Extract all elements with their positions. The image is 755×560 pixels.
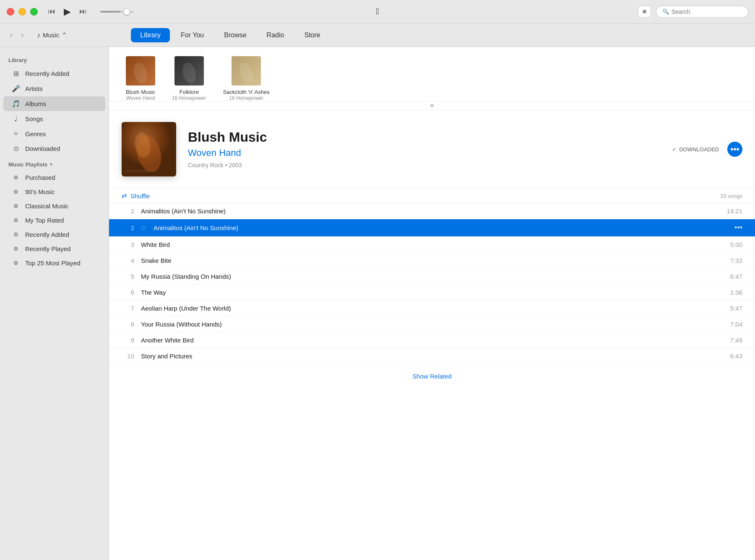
sidebar-item-top-25[interactable]: ⚙Top 25 Most Played [3, 256, 105, 270]
close-button[interactable] [7, 8, 14, 16]
track-row[interactable]: 4 Snake Bite 7:32 [109, 253, 755, 269]
track-row[interactable]: 6 The Way 1:36 [109, 285, 755, 301]
sidebar-label-recently-added: Recently Added [25, 70, 69, 77]
music-selector[interactable]: ♪ Music ⌃ [34, 30, 70, 41]
track-row[interactable]: 2 Animalitos (Ain't No Sunshine) 14:21 [109, 203, 755, 219]
track-title: Another White Bird [141, 337, 730, 344]
track-title: Animalitos (Ain't No Sunshine) [154, 224, 729, 231]
sidebar-label-downloaded: Downloaded [25, 145, 60, 152]
playlist-icon-recently-played: ⚙ [12, 246, 20, 252]
tab-library[interactable]: Library [131, 28, 170, 42]
track-number: 8 [122, 321, 134, 328]
album-strip-title-0: Blush Music [126, 89, 155, 95]
sidebar-item-recently-added-pl[interactable]: ⚙Recently Added [3, 228, 105, 241]
album-strip-art-1 [174, 56, 204, 86]
downloaded-label: DOWNLOADED [679, 146, 719, 153]
sidebar-item-albums[interactable]: 🎵Albums [3, 96, 105, 111]
track-row[interactable]: 2 ♡ Animalitos (Ain't No Sunshine) ••• [109, 219, 755, 237]
rewind-button[interactable]: ⏮ [46, 5, 57, 18]
play-button[interactable]: ▶ [64, 6, 71, 17]
sidebar-label-albums: Albums [25, 100, 46, 107]
volume-thumb[interactable] [123, 8, 130, 15]
maximize-button[interactable] [30, 8, 38, 16]
track-title: Your Russia (Without Hands) [141, 321, 730, 328]
volume-track[interactable] [100, 11, 134, 13]
more-options-button[interactable]: ••• [727, 142, 742, 157]
sidebar-item-top-rated[interactable]: ⚙My Top Rated [3, 213, 105, 227]
playlist-icon-top-rated: ⚙ [12, 217, 20, 223]
track-row[interactable]: 8 Your Russia (Without Hands) 7:04 [109, 316, 755, 332]
chevron-down-icon: ▾ [50, 162, 52, 167]
track-number: 6 [122, 289, 134, 296]
track-number: 10 [122, 353, 134, 360]
music-selector-arrow: ⌃ [62, 31, 67, 39]
volume-slider[interactable] [100, 11, 134, 13]
nav-arrows: ‹ › [7, 29, 27, 41]
forward-nav-button[interactable]: › [18, 29, 27, 41]
track-row[interactable]: 3 White Bird 5:00 [109, 237, 755, 253]
track-title: My Russia (Standing On Hands) [141, 273, 730, 280]
navbar: ‹ › ♪ Music ⌃ LibraryFor YouBrowseRadioS… [0, 23, 755, 47]
album-strip-item-0[interactable]: Blush Music Woven Hand [117, 56, 164, 101]
album-strip-art-2 [232, 56, 261, 86]
album-artist[interactable]: Woven Hand [188, 148, 660, 158]
sidebar-label-artists: Artists [25, 85, 43, 92]
traffic-lights [7, 8, 38, 16]
playlist-icon-purchased: ⚙ [12, 174, 20, 181]
downloaded-badge: ✓ DOWNLOADED [672, 146, 719, 153]
search-icon: 🔍 [662, 8, 669, 15]
track-title: Story and Pictures [141, 353, 730, 360]
track-row[interactable]: 5 My Russia (Standing On Hands) 6:47 [109, 269, 755, 285]
titlebar: ⏮ ▶ ⏭  ≡ 🔍 [0, 0, 755, 23]
album-art: WOVEN HAND [122, 122, 176, 176]
forward-button[interactable]: ⏭ [78, 5, 89, 18]
minimize-button[interactable] [18, 8, 26, 16]
sidebar-item-downloaded[interactable]: ⊙Downloaded [3, 141, 105, 156]
sidebar-item-genres[interactable]: ≈Genres [3, 127, 105, 141]
track-number: 9 [122, 337, 134, 344]
album-strip-art-0 [126, 56, 155, 86]
tab-for-you[interactable]: For You [172, 28, 213, 42]
track-number: 2 [122, 224, 134, 231]
back-button[interactable]: ‹ [7, 29, 16, 41]
track-duration: 6:47 [730, 273, 742, 280]
sidebar-item-purchased[interactable]: ⚙Purchased [3, 171, 105, 184]
search-box[interactable]: 🔍 [656, 6, 748, 18]
menu-button[interactable]: ≡ [638, 6, 651, 18]
sidebar-item-90s-music[interactable]: ⚙90's Music [3, 185, 105, 199]
sidebar-item-recently-played[interactable]: ⚙Recently Played [3, 242, 105, 256]
music-note-icon: ♪ [37, 31, 40, 39]
sidebar-items: ⊞Recently Added🎤Artists🎵Albums♩Songs≈Gen… [0, 66, 109, 156]
sidebar-label-genres: Genres [25, 130, 46, 137]
album-strip-item-2[interactable]: Sackcloth 'n' Ashes 16 Horsepower [214, 56, 278, 101]
track-title: Animalitos (Ain't No Sunshine) [141, 207, 726, 215]
album-title: Blush Music [188, 130, 660, 145]
show-related-button[interactable]: Show Related [109, 364, 755, 388]
playlist-label-recently-played: Recently Played [25, 245, 70, 252]
playlist-label-purchased: Purchased [25, 174, 55, 181]
sidebar-item-songs[interactable]: ♩Songs [3, 111, 105, 126]
playlist-label-top-rated: My Top Rated [25, 217, 64, 224]
album-info: Blush Music Woven Hand Country Rock • 20… [188, 130, 660, 168]
album-strip-item-1[interactable]: Folklore 16 Horsepower [164, 56, 214, 101]
heart-icon[interactable]: ♡ [141, 225, 149, 231]
sidebar-item-artists[interactable]: 🎤Artists [3, 81, 105, 96]
track-row[interactable]: 10 Story and Pictures 6:43 [109, 348, 755, 364]
sidebar-item-classical[interactable]: ⚙Classical Music [3, 199, 105, 213]
search-input[interactable] [672, 8, 742, 15]
track-row[interactable]: 9 Another White Bird 7:49 [109, 332, 755, 348]
track-duration: 1:36 [730, 289, 742, 296]
tab-radio[interactable]: Radio [258, 28, 294, 42]
sidebar-icon-albums: 🎵 [12, 100, 20, 108]
sidebar-item-recently-added[interactable]: ⊞Recently Added [3, 66, 105, 81]
playlists-label: Music Playlists [8, 161, 47, 168]
track-title: The Way [141, 289, 730, 296]
playlists-header[interactable]: Music Playlists ▾ [0, 156, 109, 170]
shuffle-button[interactable]: ⇄ Shuffle [122, 192, 150, 200]
track-row[interactable]: 7 Aeolian Harp (Under The World) 5:47 [109, 301, 755, 316]
tab-store[interactable]: Store [295, 28, 329, 42]
track-more-icon[interactable]: ••• [734, 223, 742, 232]
tab-browse[interactable]: Browse [215, 28, 255, 42]
shuffle-icon: ⇄ [122, 192, 127, 200]
track-number: 4 [122, 257, 134, 264]
